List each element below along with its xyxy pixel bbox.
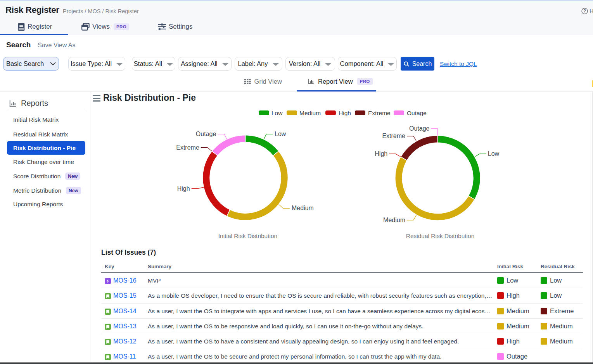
- svg-text:Extreme: Extreme: [382, 133, 405, 139]
- svg-text:Medium: Medium: [292, 205, 314, 211]
- svg-text:Medium: Medium: [383, 217, 405, 223]
- svg-text:Extreme: Extreme: [176, 144, 199, 151]
- svg-text:High: High: [375, 150, 387, 157]
- svg-text:Outage: Outage: [409, 125, 430, 132]
- svg-text:Low: Low: [488, 150, 500, 157]
- svg-text:Low: Low: [275, 131, 286, 137]
- svg-text:Outage: Outage: [196, 131, 216, 137]
- svg-text:High: High: [177, 185, 190, 192]
